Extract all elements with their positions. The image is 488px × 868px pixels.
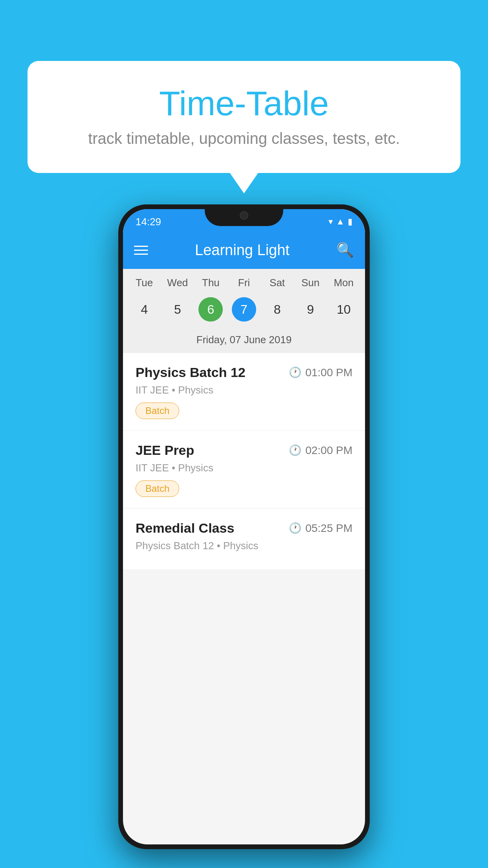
schedule-time: 🕐01:00 PM — [289, 366, 352, 379]
calendar-date-item[interactable]: 5 — [161, 295, 194, 324]
schedule-time: 🕐05:25 PM — [289, 522, 352, 535]
calendar-date-number: 9 — [298, 297, 323, 322]
phone-mockup: 14:29 ▾ ▲ ▮ Learning Light 🔍 — [118, 204, 370, 849]
schedule-list: Physics Batch 12🕐01:00 PMIIT JEE • Physi… — [123, 353, 365, 570]
calendar-date-number: 8 — [265, 297, 290, 322]
schedule-title: JEE Prep — [136, 443, 194, 458]
speech-bubble-container: Time-Table track timetable, upcoming cla… — [28, 61, 460, 173]
bubble-subtitle: track timetable, upcoming classes, tests… — [59, 130, 429, 147]
clock-icon: 🕐 — [289, 522, 301, 534]
clock-icon: 🕐 — [289, 444, 301, 456]
schedule-item[interactable]: Remedial Class🕐05:25 PMPhysics Batch 12 … — [123, 509, 365, 569]
menu-icon[interactable] — [134, 246, 148, 255]
phone-screen: 14:29 ▾ ▲ ▮ Learning Light 🔍 — [123, 209, 365, 844]
status-time: 14:29 — [136, 216, 161, 228]
front-camera — [240, 211, 248, 220]
schedule-time-text: 01:00 PM — [305, 366, 352, 379]
bubble-title: Time-Table — [59, 85, 429, 123]
status-icons: ▾ ▲ ▮ — [328, 217, 352, 227]
calendar-dates: 45678910 — [123, 292, 365, 330]
calendar-days-header: TueWedThuFriSatSunMon — [123, 269, 365, 292]
app-title: Learning Light — [148, 242, 336, 259]
speech-bubble: Time-Table track timetable, upcoming cla… — [28, 61, 460, 173]
schedule-subtitle: IIT JEE • Physics — [136, 384, 352, 396]
signal-icon: ▲ — [336, 217, 345, 227]
calendar-day-label: Mon — [327, 277, 360, 289]
schedule-time-text: 05:25 PM — [305, 522, 352, 535]
calendar-day-label: Tue — [128, 277, 161, 289]
calendar-day-label: Sat — [261, 277, 294, 289]
batch-badge: Batch — [136, 480, 179, 497]
calendar-date-item[interactable]: 6 — [194, 295, 227, 324]
phone-notch — [205, 204, 283, 226]
calendar-date-item[interactable]: 7 — [227, 295, 261, 324]
schedule-item-header: Remedial Class🕐05:25 PM — [136, 520, 352, 536]
schedule-subtitle: IIT JEE • Physics — [136, 462, 352, 474]
calendar-date-number: 4 — [132, 297, 156, 322]
schedule-subtitle: Physics Batch 12 • Physics — [136, 540, 352, 552]
calendar-day-label: Fri — [227, 277, 261, 289]
schedule-time-text: 02:00 PM — [305, 444, 352, 457]
calendar-selected-date: Friday, 07 June 2019 — [123, 330, 365, 353]
clock-icon: 🕐 — [289, 366, 301, 379]
calendar-date-number: 10 — [332, 297, 356, 322]
calendar-section: TueWedThuFriSatSunMon 45678910 Friday, 0… — [123, 269, 365, 353]
calendar-day-label: Sun — [294, 277, 327, 289]
app-bar: Learning Light 🔍 — [123, 231, 365, 269]
search-icon[interactable]: 🔍 — [336, 242, 354, 258]
phone-frame: 14:29 ▾ ▲ ▮ Learning Light 🔍 — [118, 204, 370, 849]
battery-icon: ▮ — [348, 217, 352, 227]
calendar-date-number: 7 — [232, 297, 256, 322]
schedule-time: 🕐02:00 PM — [289, 444, 352, 457]
schedule-title: Physics Batch 12 — [136, 365, 246, 380]
calendar-date-item[interactable]: 8 — [261, 295, 294, 324]
wifi-icon: ▾ — [328, 217, 333, 227]
calendar-date-number: 6 — [198, 297, 223, 322]
calendar-date-number: 5 — [165, 297, 190, 322]
calendar-date-item[interactable]: 4 — [128, 295, 161, 324]
schedule-item[interactable]: Physics Batch 12🕐01:00 PMIIT JEE • Physi… — [123, 353, 365, 430]
schedule-item[interactable]: JEE Prep🕐02:00 PMIIT JEE • PhysicsBatch — [123, 431, 365, 508]
calendar-day-label: Thu — [194, 277, 227, 289]
calendar-day-label: Wed — [161, 277, 194, 289]
schedule-item-header: Physics Batch 12🕐01:00 PM — [136, 365, 352, 380]
schedule-title: Remedial Class — [136, 520, 234, 536]
calendar-date-item[interactable]: 10 — [327, 295, 360, 324]
calendar-date-item[interactable]: 9 — [294, 295, 327, 324]
batch-badge: Batch — [136, 403, 179, 419]
schedule-item-header: JEE Prep🕐02:00 PM — [136, 443, 352, 458]
